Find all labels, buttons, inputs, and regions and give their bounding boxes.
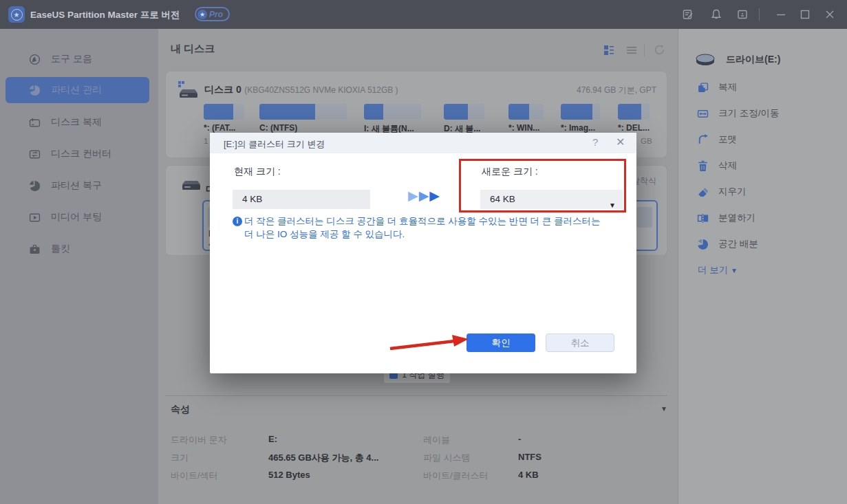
clone-icon bbox=[697, 82, 709, 94]
list-view-toggle[interactable] bbox=[626, 45, 637, 58]
selected-drive-header: 드라이브(E:) bbox=[696, 54, 780, 66]
properties-panel: 속성 ▼ 드라이버 문자 E: 레이블 - 크기 465.65 GB사용 가능,… bbox=[165, 395, 667, 396]
partition-label: *: (FAT... bbox=[204, 123, 235, 133]
current-size-label: 현재 크기 : bbox=[234, 166, 281, 178]
partition-label: C: (NTFS) bbox=[259, 123, 297, 133]
title-bar: ★ EaseUS Partition Master 프로 버전 ★ Pro bbox=[0, 0, 847, 29]
close-button[interactable] bbox=[823, 8, 837, 21]
tray-widget-icon[interactable] bbox=[736, 8, 749, 21]
titlebar-separator bbox=[759, 8, 760, 21]
more-caret-icon: ▼ bbox=[731, 267, 738, 274]
prop-label: 바이트/클러스터 bbox=[423, 470, 489, 482]
grid-view-toggle[interactable] bbox=[603, 45, 614, 58]
pie-chart-icon bbox=[29, 85, 41, 96]
disk-converter-icon bbox=[29, 149, 41, 160]
notification-bell-icon[interactable] bbox=[709, 8, 723, 21]
prop-value: 512 Bytes bbox=[268, 470, 310, 480]
dropdown-caret-icon: ▼ bbox=[609, 196, 616, 215]
partition-bar[interactable] bbox=[444, 104, 484, 120]
cancel-button[interactable]: 취소 bbox=[546, 333, 614, 352]
allocate-pie-icon bbox=[697, 239, 709, 250]
partition-size-fragment: GB bbox=[641, 137, 652, 145]
action-clone[interactable]: 복제 bbox=[697, 81, 737, 94]
partition-bar[interactable] bbox=[259, 104, 347, 120]
sidebar-item-toolbox[interactable]: 도구 모음 bbox=[0, 50, 158, 69]
prop-label: 크기 bbox=[171, 452, 189, 464]
transition-arrows-icon: ▶▶▶ bbox=[408, 188, 440, 204]
app-logo-icon: ★ bbox=[8, 6, 25, 23]
toolkit-briefcase-icon bbox=[29, 243, 41, 255]
sidebar-item-partition-manager[interactable]: 파티션 관리 bbox=[6, 77, 149, 103]
new-size-label: 새로운 크기 : bbox=[482, 166, 538, 178]
trash-icon bbox=[697, 160, 709, 172]
resize-move-icon bbox=[697, 108, 709, 120]
sidebar-item-partition-recovery[interactable]: 파티션 복구 bbox=[0, 176, 158, 195]
disk0-drive-icon bbox=[178, 81, 199, 102]
disk1-drive-icon bbox=[181, 181, 202, 199]
action-delete[interactable]: 삭제 bbox=[697, 160, 737, 172]
action-allocate-space[interactable]: 공간 배분 bbox=[697, 238, 758, 250]
prop-value: NTFS bbox=[518, 452, 542, 462]
disk0-model: (KBG40ZNS512G NVMe KIOXIA 512GB ) bbox=[244, 85, 398, 95]
maximize-button[interactable] bbox=[798, 8, 812, 21]
split-icon bbox=[697, 212, 709, 224]
partition-bar[interactable] bbox=[618, 104, 650, 120]
partition-label: *: WIN... bbox=[508, 123, 539, 133]
disk0-info: 476.94 GB 기본, GPT bbox=[577, 85, 656, 96]
format-icon bbox=[697, 134, 709, 146]
properties-collapse-caret[interactable]: ▼ bbox=[661, 405, 667, 413]
app-title: EaseUS Partition Master 프로 버전 bbox=[30, 9, 180, 21]
prop-value: - bbox=[518, 434, 521, 444]
action-wipe[interactable]: 지우기 bbox=[697, 186, 747, 198]
prop-value: 4 KB bbox=[518, 470, 539, 480]
action-format[interactable]: 포맷 bbox=[697, 133, 737, 146]
annotation-red-arrow bbox=[387, 332, 470, 355]
partition-bar[interactable] bbox=[364, 104, 421, 120]
dialog-help-button[interactable]: ? bbox=[592, 136, 598, 148]
page-title: 내 디스크 bbox=[171, 43, 215, 56]
partition-bar[interactable] bbox=[204, 104, 244, 120]
info-icon: i bbox=[233, 217, 242, 226]
dialog-title: [E:]의 클러스터 크기 변경 bbox=[224, 138, 325, 151]
partition-recovery-icon bbox=[29, 180, 41, 192]
prop-label: 드라이버 문자 bbox=[171, 434, 227, 446]
drive-3d-icon bbox=[696, 54, 715, 66]
pro-badge: ★ Pro bbox=[195, 7, 230, 21]
sidebar-item-disk-clone[interactable]: 디스크 복제 bbox=[0, 113, 158, 132]
prop-value: 465.65 GB사용 가능, 총 4... bbox=[268, 452, 378, 464]
action-split[interactable]: 분열하기 bbox=[697, 212, 755, 224]
pro-star-icon: ★ bbox=[197, 10, 207, 19]
sidebar-item-disk-converter[interactable]: 디스크 컨버터 bbox=[0, 144, 158, 164]
partition-label: *: DEL... bbox=[618, 123, 650, 133]
sidebar-item-media-boot[interactable]: 미디어 부팅 bbox=[0, 208, 158, 227]
minimize-button[interactable] bbox=[774, 8, 788, 21]
feedback-note-icon[interactable] bbox=[681, 8, 695, 21]
disk-clone-icon bbox=[29, 117, 41, 129]
dialog-header: [E:]의 클러스터 크기 변경 ? ✕ bbox=[210, 133, 636, 153]
refresh-icon[interactable] bbox=[654, 44, 665, 58]
prop-label: 레이블 bbox=[423, 434, 450, 446]
media-boot-icon bbox=[29, 212, 41, 223]
prop-label: 파일 시스템 bbox=[423, 452, 471, 464]
dialog-close-button[interactable]: ✕ bbox=[616, 135, 625, 149]
left-sidebar: 도구 모음 파티션 관리 디스크 복제 디스크 컨버터 파티션 복구 미디어 부… bbox=[0, 29, 158, 504]
info-text: 더 작은 클러스터는 디스크 공간을 더 효율적으로 사용할 수있는 반면 더 … bbox=[244, 215, 619, 241]
properties-title: 속성 bbox=[171, 404, 190, 416]
current-size-field[interactable]: 4 KB bbox=[233, 190, 370, 209]
sidebar-item-toolkit[interactable]: 툴킷 bbox=[0, 239, 158, 259]
partition-bar[interactable] bbox=[508, 104, 544, 120]
new-size-dropdown[interactable]: 64 KB ▼ bbox=[480, 190, 623, 209]
partition-bar[interactable] bbox=[561, 104, 600, 120]
more-actions-link[interactable]: 더 보기 ▼ bbox=[698, 264, 738, 276]
ok-button[interactable]: 확인 bbox=[467, 333, 535, 352]
change-cluster-size-dialog: [E:]의 클러스터 크기 변경 ? ✕ 현재 크기 : 4 KB ▶▶▶ 새로… bbox=[210, 133, 636, 373]
action-resize-move[interactable]: 크기 조정/이동 bbox=[697, 107, 780, 120]
disk0-name: 디스크 0 bbox=[204, 84, 242, 95]
compass-icon bbox=[29, 54, 41, 65]
prop-label: 바이트/섹터 bbox=[171, 470, 218, 482]
right-action-panel: 드라이브(E:) 복제 크기 조정/이동 포맷 삭제 지우기 bbox=[678, 29, 847, 504]
prop-value: E: bbox=[268, 434, 277, 444]
partition-size-fragment: 1 bbox=[204, 137, 208, 145]
eraser-icon bbox=[697, 186, 709, 198]
view-separator bbox=[644, 44, 645, 56]
